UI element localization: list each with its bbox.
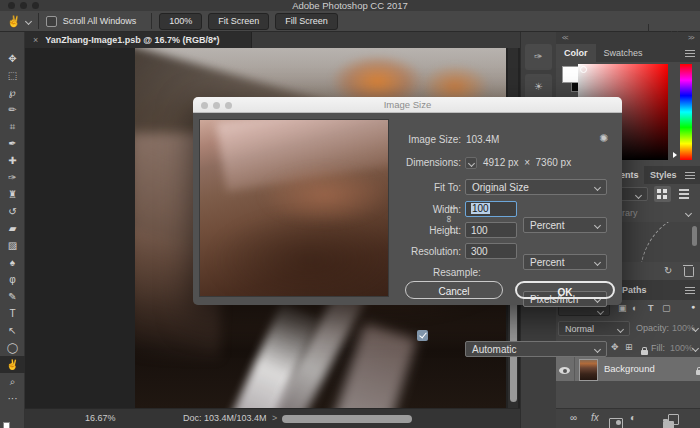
width-unit-dropdown[interactable]: Percent xyxy=(523,217,607,233)
divider xyxy=(574,357,575,381)
lock-position-icon[interactable]: ✥ xyxy=(611,342,619,352)
dodge-tool[interactable]: φ xyxy=(0,271,25,288)
expand-panels-icon[interactable]: >> xyxy=(688,34,694,41)
filter-shape-icon[interactable]: ▢ xyxy=(662,303,671,313)
history-brush-tool[interactable]: ↺ xyxy=(0,203,25,220)
dock-header: << >> xyxy=(556,32,700,44)
resolution-input[interactable]: 300 xyxy=(465,243,517,259)
layers-list: Background xyxy=(556,357,700,408)
horizontal-scrollbar-thumb[interactable] xyxy=(282,415,412,423)
clone-stamp-tool[interactable]: ♜ xyxy=(0,186,25,203)
foreground-color-chip[interactable] xyxy=(562,66,579,83)
zoom-tool[interactable]: ⌕ xyxy=(0,373,25,390)
dialog-titlebar[interactable]: Image Size xyxy=(193,97,622,113)
blend-mode-dropdown[interactable]: Normal xyxy=(558,321,630,336)
width-input[interactable]: 100 xyxy=(465,201,517,217)
ellipse-tool[interactable]: ◯ xyxy=(0,339,25,356)
lasso-tool[interactable]: ℘ xyxy=(0,84,25,101)
hue-slider-arrow-icon[interactable] xyxy=(673,152,677,158)
document-tab[interactable]: × YanZhang-Image1.psb @ 16.7% (RGB/8*) xyxy=(25,32,252,48)
options-bar: ✌ Scroll All Windows 100% Fit Screen Fil… xyxy=(0,11,700,32)
dimensions-chevron-button[interactable] xyxy=(465,157,477,169)
status-bar: 16.67% Doc: 103.4M/103.4M > xyxy=(25,408,520,428)
grid-view-button[interactable] xyxy=(654,186,671,202)
filter-type-icon[interactable]: T xyxy=(648,303,654,313)
height-unit-dropdown[interactable]: Percent xyxy=(523,254,607,270)
color-picker-marker[interactable] xyxy=(580,66,587,73)
filter-adjustment-icon[interactable]: ◐ xyxy=(632,303,637,313)
path-selection-tool[interactable]: ↖ xyxy=(0,322,25,339)
brush-panel-icon: ✑ xyxy=(534,51,542,62)
link-layers-icon[interactable]: ∞ xyxy=(570,412,577,423)
close-tab-icon[interactable]: × xyxy=(33,35,38,45)
height-value: 100 xyxy=(471,225,488,236)
fill-label: Fill: xyxy=(651,343,665,353)
add-mask-icon[interactable] xyxy=(609,418,623,428)
panel-menu-icon[interactable] xyxy=(685,172,695,179)
quick-selection-tool[interactable]: ✏ xyxy=(0,101,25,118)
tab-fragment[interactable]: ents xyxy=(620,170,639,180)
fit-screen-button[interactable]: Fit Screen xyxy=(208,13,269,30)
library-label-fragment[interactable]: rary xyxy=(622,208,638,218)
zoom-level[interactable]: 16.67% xyxy=(85,413,116,423)
scroll-all-windows-checkbox[interactable] xyxy=(46,16,57,27)
trash-icon[interactable] xyxy=(684,267,694,277)
healing-brush-tool[interactable]: ✚ xyxy=(0,152,25,169)
tool-preset-chevron-icon[interactable] xyxy=(25,17,32,24)
eraser-tool[interactable]: ▰ xyxy=(0,220,25,237)
collapse-panels-icon[interactable]: << xyxy=(562,34,568,41)
panel-menu-icon[interactable] xyxy=(685,50,695,57)
layer-thumbnail[interactable] xyxy=(579,359,598,381)
hand-tool[interactable]: ✌ xyxy=(0,356,25,373)
lock-all-icon[interactable] xyxy=(641,350,648,355)
layer-effects-icon[interactable]: fx xyxy=(591,412,599,423)
default-colors-icon[interactable] xyxy=(3,422,10,428)
hue-slider[interactable] xyxy=(680,64,692,160)
tab-color[interactable]: Color xyxy=(556,44,596,62)
panel-menu-icon[interactable] xyxy=(685,287,695,294)
library-chevron-icon[interactable] xyxy=(685,210,692,217)
gradient-tool[interactable]: ▨ xyxy=(0,237,25,254)
panel-scrollbar-thumb[interactable] xyxy=(692,226,697,246)
tab-styles[interactable]: Styles xyxy=(650,170,677,180)
layer-row-background[interactable]: Background xyxy=(556,357,700,381)
filter-toggle-icon[interactable]: ● xyxy=(691,303,695,310)
divider xyxy=(151,13,152,29)
type-tool[interactable]: T xyxy=(0,305,25,322)
move-tool[interactable]: ✥ xyxy=(0,50,25,67)
crop-tool[interactable]: ⌗ xyxy=(0,118,25,135)
sync-icon[interactable]: ↻ xyxy=(664,265,672,276)
gear-icon[interactable]: ✺ xyxy=(599,132,608,145)
height-input[interactable]: 100 xyxy=(465,222,517,238)
cancel-button[interactable]: Cancel xyxy=(405,281,503,299)
zoom-100-button[interactable]: 100% xyxy=(159,13,202,30)
fill-screen-button[interactable]: Fill Screen xyxy=(275,13,338,30)
new-layer-icon[interactable] xyxy=(668,414,679,425)
resample-dropdown[interactable]: Automatic xyxy=(465,341,607,357)
list-view-button[interactable] xyxy=(676,186,693,202)
preview-rock-light xyxy=(260,165,389,225)
ok-button[interactable]: OK xyxy=(515,281,615,299)
filter-pixel-icon[interactable]: ▣ xyxy=(618,303,627,313)
panel-icon-brush[interactable]: ✑ xyxy=(525,44,552,70)
blur-tool[interactable]: ♠ xyxy=(0,254,25,271)
grid-view-icon xyxy=(657,189,661,193)
marquee-tool[interactable]: ⬚ xyxy=(0,67,25,84)
eyedropper-tool[interactable]: ✒ xyxy=(0,135,25,152)
image-size-label: Image Size: xyxy=(343,134,461,145)
pen-tool[interactable]: ✎ xyxy=(0,288,25,305)
document-tab-title: YanZhang-Image1.psb @ 16.7% (RGB/8*) xyxy=(45,35,219,45)
width-value: 100 xyxy=(471,203,490,214)
resample-checkbox[interactable] xyxy=(417,330,428,341)
edit-toolbar[interactable]: ··· xyxy=(0,390,25,407)
status-chevron-icon[interactable]: > xyxy=(272,413,277,423)
layer-visibility-eye-icon[interactable] xyxy=(559,367,570,374)
tab-paths[interactable]: Paths xyxy=(622,285,647,295)
adjustment-layer-icon[interactable]: ◐ xyxy=(630,412,636,423)
fill-value[interactable]: 100% xyxy=(670,343,693,353)
lock-artboard-icon[interactable]: ⊞ xyxy=(625,342,633,352)
layer-lock-icon xyxy=(696,370,700,375)
brush-tool[interactable]: ✑ xyxy=(0,169,25,186)
tab-swatches[interactable]: Swatches xyxy=(596,44,651,62)
fit-to-dropdown[interactable]: Original Size xyxy=(465,179,607,195)
